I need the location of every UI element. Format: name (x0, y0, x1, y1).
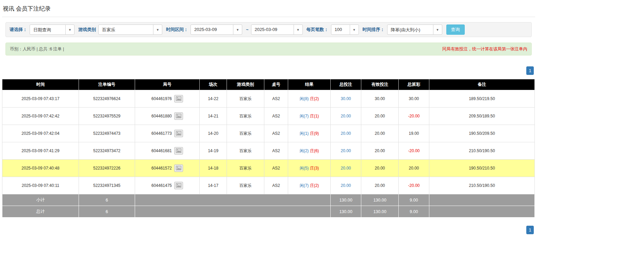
pagination-page-1[interactable]: 1 (526, 66, 534, 75)
query-type-select[interactable]: 日期查询 ▾ (30, 25, 75, 35)
total-bet-link[interactable]: 20.00 (341, 166, 351, 171)
round-result-image-button[interactable] (174, 182, 183, 189)
cell-round: 604461475 (135, 177, 200, 194)
cell-game-type: 百家乐 (227, 160, 264, 177)
total-bet-link[interactable]: 20.00 (341, 114, 351, 118)
cell-session: 14-19 (200, 142, 227, 160)
page-container: 视讯 会员下注纪录 请选择： 日期查询 ▾ 游戏类别 百家乐 ▾ 时间区间： 2… (0, 0, 536, 244)
date-to-select[interactable]: 2025-03-09 ▾ (251, 25, 303, 35)
round-result-image-button[interactable] (174, 164, 183, 172)
cell-session: 14-22 (200, 90, 227, 108)
cell-valid-bet: 20.00 (361, 125, 399, 142)
cell-payout: 20.00 (399, 160, 429, 177)
game-type-label: 游戏类别 (78, 27, 96, 33)
cell-table-no: AS2 (264, 125, 288, 142)
cell-total-bet: 20.00 (331, 108, 361, 125)
cell-valid-bet: 20.00 (361, 160, 399, 177)
table-row: 2025-03-09 07:42:04522324974473604461773… (2, 125, 535, 142)
cell-total-bet: 30.00 (331, 90, 361, 108)
pagination-bottom: 1 (2, 226, 535, 234)
cell-bet-id: 522324976624 (79, 90, 135, 108)
page-title: 视讯 会员下注纪录 (2, 1, 535, 17)
cell-payout: 19.00 (399, 125, 429, 142)
time-sort-value: 降幂(由大到小) (387, 25, 433, 34)
cell-time: 2025-03-09 07:40:48 (2, 160, 79, 177)
cell-payout: 30.00 (399, 90, 429, 108)
round-result-image-button[interactable] (174, 130, 183, 137)
date-from-select[interactable]: 2025-03-09 ▾ (191, 25, 242, 35)
cell-bet-id: 522324974473 (79, 125, 135, 142)
filter-bar: 请选择： 日期查询 ▾ 游戏类别 百家乐 ▾ 时间区间： 2025-03-09 … (5, 22, 532, 37)
footer-payout: 9.00 (399, 194, 429, 206)
chevron-down-icon: ▾ (65, 25, 74, 34)
footer-label: 小计 (2, 194, 79, 206)
cell-round: 604461773 (135, 125, 200, 142)
summary-note: 同局有效投注，统一计算在该局第一张注单内 (442, 46, 527, 52)
cell-valid-bet: 30.00 (361, 90, 399, 108)
time-sort-select[interactable]: 降幂(由大到小) ▾ (387, 25, 442, 35)
round-id: 604461976 (151, 96, 172, 101)
cell-bet-id: 522324972226 (79, 160, 135, 177)
cell-result: 闲(2) 庄(6) (288, 142, 331, 160)
chevron-down-icon: ▾ (294, 25, 302, 34)
round-id: 604461880 (151, 114, 172, 118)
cell-bet-id: 522324973472 (79, 142, 135, 160)
result-player: 闲(7) (300, 183, 309, 188)
round-id: 604461475 (151, 183, 172, 188)
cell-remark: 189.50/219.50 (429, 90, 535, 108)
round-result-image-icon (176, 148, 181, 153)
column-header: 总投注 (331, 79, 361, 90)
footer-payout: 9.00 (399, 206, 429, 218)
table-row: 2025-03-09 07:43:17522324976624604461976… (2, 90, 535, 108)
cell-valid-bet: 20.00 (361, 108, 399, 125)
query-type-label: 请选择： (10, 27, 27, 33)
cell-remark: 210.50/190.50 (429, 142, 535, 160)
cell-result: 闲(1) 庄(9) (288, 125, 331, 142)
cell-payout: -20.00 (399, 142, 429, 160)
chevron-down-icon: ▾ (350, 25, 359, 34)
cell-round: 604461572 (135, 160, 200, 177)
date-to-value: 2025-03-09 (251, 25, 294, 34)
column-header: 有效投注 (361, 79, 399, 90)
cell-payout: -20.00 (399, 108, 429, 125)
cell-round: 604461681 (135, 142, 200, 160)
total-bet-link[interactable]: 20.00 (341, 131, 351, 136)
column-header: 总派彩 (399, 79, 429, 90)
search-button[interactable]: 查询 (446, 25, 465, 35)
cell-game-type: 百家乐 (227, 177, 264, 194)
cell-round: 604461976 (135, 90, 200, 108)
game-type-value: 百家乐 (99, 25, 153, 34)
page-size-label: 每页笔数： (307, 27, 329, 33)
footer-count: 6 (79, 206, 135, 218)
cell-session: 14-20 (200, 125, 227, 142)
cell-remark: 190.50/210.50 (429, 160, 535, 177)
cell-session: 14-17 (200, 177, 227, 194)
total-bet-link[interactable]: 20.00 (341, 183, 351, 188)
page-size-select[interactable]: 100 ▾ (331, 25, 359, 35)
round-result-image-icon (176, 96, 181, 101)
cell-total-bet: 20.00 (331, 142, 361, 160)
footer-total-bet: 130.00 (331, 206, 361, 218)
round-result-image-button[interactable] (174, 95, 183, 102)
table-row: 2025-03-09 07:40:48522324972226604461572… (2, 160, 535, 177)
table-row: 2025-03-09 07:41:29522324973472604461681… (2, 142, 535, 160)
round-result-image-button[interactable] (174, 112, 183, 120)
game-type-select[interactable]: 百家乐 ▾ (98, 25, 162, 35)
footer-spacer (135, 206, 331, 218)
cell-payout: -20.00 (399, 177, 429, 194)
round-result-image-button[interactable] (174, 147, 183, 155)
total-bet-link[interactable]: 20.00 (341, 148, 351, 153)
cell-time: 2025-03-09 07:40:11 (2, 177, 79, 194)
cell-round: 604461880 (135, 108, 200, 125)
page-size-value: 100 (331, 25, 350, 34)
pagination-page-1[interactable]: 1 (526, 226, 534, 234)
result-player: 闲(2) (300, 148, 309, 153)
cell-table-no: AS2 (264, 142, 288, 160)
table-row: 2025-03-09 07:42:42522324975529604461880… (2, 108, 535, 125)
cell-bet-id: 522324975529 (79, 108, 135, 125)
summary-bar: 币别：人民币 | 总共 :6 注单 | 同局有效投注，统一计算在该局第一张注单内 (5, 43, 532, 55)
cell-remark: 190.50/209.50 (429, 125, 535, 142)
footer-label: 总计 (2, 206, 79, 218)
summary-row: 总计6130.00130.009.00 (2, 206, 535, 218)
total-bet-link[interactable]: 30.00 (341, 96, 351, 101)
